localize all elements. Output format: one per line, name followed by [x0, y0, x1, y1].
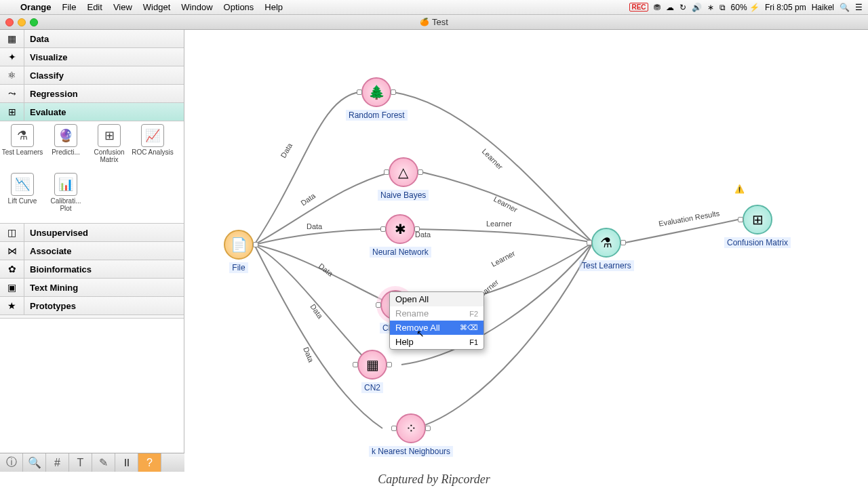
- menu-help[interactable]: Help: [259, 2, 288, 12]
- tool-zoom[interactable]: 🔍: [23, 453, 46, 472]
- widget-label: Confusion Matrix: [88, 148, 130, 163]
- category-bioinformatics[interactable]: ✿Bioinformatics: [0, 260, 184, 279]
- node-icon[interactable]: 🌲: [361, 77, 391, 107]
- ctx-rename[interactable]: RenameF2: [390, 306, 484, 321]
- dropbox-icon[interactable]: ⛃: [654, 3, 660, 12]
- node-file[interactable]: 📄File: [224, 230, 254, 273]
- widget-roc-analysis[interactable]: 📈ROC Analysis: [132, 124, 174, 171]
- app-menu[interactable]: Orange: [15, 2, 57, 12]
- wifi-icon[interactable]: ⧉: [719, 3, 726, 12]
- widget-label: Lift Curve: [8, 197, 37, 205]
- menu-options[interactable]: Options: [218, 2, 260, 12]
- widget-test-learners[interactable]: ⚗Test Learners: [1, 124, 43, 171]
- widget-icon: 📈: [141, 124, 164, 147]
- node-cn2[interactable]: ▦CN2: [357, 350, 387, 393]
- minimize-button[interactable]: [18, 18, 26, 26]
- regression-icon: ⤳: [0, 85, 24, 102]
- node-label: CN2: [361, 382, 383, 393]
- svg-text:Learner: Learner: [486, 220, 512, 228]
- node-cm[interactable]: ⊞Confusion Matrix: [724, 205, 791, 248]
- menu-file[interactable]: File: [57, 2, 82, 12]
- context-menu: Open All RenameF2 Remove All⌘⌫ HelpF1: [389, 291, 484, 350]
- timemachine-icon[interactable]: ↻: [679, 3, 686, 12]
- workflow-canvas[interactable]: Data Data Data Data Data Data Data Learn…: [184, 30, 868, 469]
- category-unsupervised[interactable]: ◫Unsupervised: [0, 224, 184, 242]
- node-icon[interactable]: ⁘: [396, 413, 426, 443]
- tool-pause[interactable]: ⏸: [115, 453, 138, 472]
- category-label: Prototypes: [24, 301, 76, 311]
- category-label: Visualize: [24, 52, 67, 62]
- recording-indicator-icon: REC: [629, 3, 648, 12]
- menu-view[interactable]: View: [108, 2, 138, 12]
- window-controls: [0, 18, 38, 26]
- associate-icon: ⋈: [0, 242, 24, 260]
- node-icon[interactable]: 📄: [224, 230, 254, 260]
- widget-label: Predicti...: [52, 148, 80, 156]
- node-icon[interactable]: △: [389, 157, 418, 187]
- category-regression[interactable]: ⤳Regression: [0, 85, 184, 103]
- ctx-help[interactable]: HelpF1: [390, 335, 484, 349]
- battery-status[interactable]: 60% ⚡: [731, 3, 760, 12]
- category-label: Unsupervised: [24, 228, 88, 238]
- window-title: Test: [420, 17, 448, 27]
- widget-label: Test Learners: [2, 148, 43, 156]
- bluetooth-icon[interactable]: ∗: [707, 3, 714, 12]
- bottom-toolbar: ⓘ 🔍 # T ✎ ⏸ ?: [0, 453, 184, 472]
- menu-window[interactable]: Window: [176, 2, 218, 12]
- sync-icon[interactable]: ☁: [666, 3, 674, 12]
- widget-confusion-matrix[interactable]: ⊞Confusion Matrix: [88, 124, 130, 171]
- user-name[interactable]: Haikel: [812, 3, 834, 12]
- widget-icon: ⊞: [98, 124, 121, 147]
- widget-sidebar: ▦Data✦Visualize⚛Classify⤳Regression⊞Eval…: [0, 30, 184, 469]
- evaluate-widget-palette: ⚗Test Learners🔮Predicti...⊞Confusion Mat…: [0, 121, 184, 224]
- category-associate[interactable]: ⋈Associate: [0, 242, 184, 260]
- spotlight-icon[interactable]: 🔍: [840, 3, 850, 12]
- tool-text[interactable]: T: [69, 453, 92, 472]
- category-text-mining[interactable]: ▣Text Mining: [0, 279, 184, 297]
- maximize-button[interactable]: [30, 18, 38, 26]
- widget-calibrati-plot[interactable]: 📊Calibrati... Plot: [45, 173, 87, 220]
- sidebar-info-panel: [0, 318, 184, 469]
- category-evaluate[interactable]: ⊞Evaluate: [0, 103, 184, 121]
- node-label: k Nearest Neighbours: [369, 446, 453, 457]
- menu-widget[interactable]: Widget: [138, 2, 176, 12]
- svg-text:Data: Data: [299, 191, 317, 207]
- node-icon[interactable]: ⊞: [743, 205, 772, 235]
- node-nb[interactable]: △Naive Bayes: [378, 157, 429, 201]
- node-label: Naive Bayes: [378, 190, 429, 201]
- volume-icon[interactable]: 🔊: [692, 3, 702, 12]
- widget-icon: 📊: [54, 173, 77, 196]
- menu-edit[interactable]: Edit: [81, 2, 107, 12]
- ctx-remove-all[interactable]: Remove All⌘⌫: [390, 321, 484, 335]
- node-label: File: [229, 262, 248, 273]
- svg-text:Data: Data: [279, 141, 294, 159]
- close-button[interactable]: [5, 18, 14, 26]
- svg-text:Data: Data: [307, 222, 323, 230]
- category-prototypes[interactable]: ★Prototypes: [0, 297, 184, 315]
- ctx-open-all[interactable]: Open All: [390, 292, 484, 306]
- category-classify[interactable]: ⚛Classify: [0, 66, 184, 85]
- category-visualize[interactable]: ✦Visualize: [0, 48, 184, 66]
- category-label: Data: [24, 34, 49, 44]
- tool-help[interactable]: ?: [138, 453, 161, 472]
- text-mining-icon: ▣: [0, 279, 24, 296]
- node-knn[interactable]: ⁘k Nearest Neighbours: [369, 413, 453, 457]
- tool-grid[interactable]: #: [46, 453, 69, 472]
- clock[interactable]: Fri 8:05 pm: [765, 3, 806, 12]
- evaluate-icon: ⊞: [0, 103, 24, 121]
- node-icon[interactable]: ✱: [385, 214, 415, 244]
- widget-lift-curve[interactable]: 📉Lift Curve: [1, 173, 43, 220]
- notifications-icon[interactable]: ☰: [855, 3, 863, 12]
- node-icon[interactable]: ▦: [357, 350, 387, 380]
- node-label: Confusion Matrix: [724, 237, 791, 248]
- node-nn[interactable]: ✱Neural Network: [370, 214, 431, 258]
- node-icon[interactable]: ⚗: [591, 228, 621, 258]
- node-tl[interactable]: ⚗Test Learners: [579, 228, 634, 271]
- tool-info[interactable]: ⓘ: [0, 453, 23, 472]
- svg-text:Data: Data: [302, 346, 315, 364]
- prototypes-icon: ★: [0, 297, 24, 314]
- node-rf[interactable]: 🌲Random Forest: [346, 77, 408, 121]
- widget-predicti-[interactable]: 🔮Predicti...: [45, 124, 87, 171]
- category-data[interactable]: ▦Data: [0, 30, 184, 48]
- tool-edit[interactable]: ✎: [92, 453, 115, 472]
